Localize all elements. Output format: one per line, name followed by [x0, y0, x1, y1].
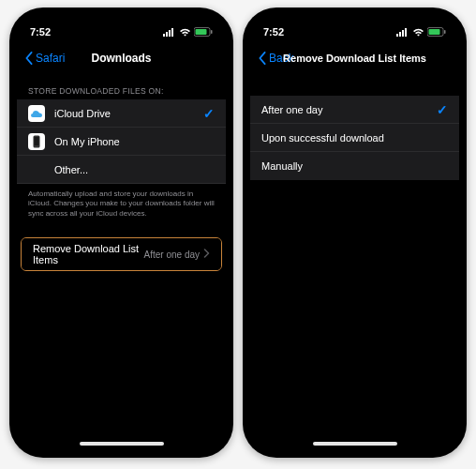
signal-icon	[163, 28, 176, 37]
notch	[304, 8, 407, 28]
chevron-left-icon	[258, 52, 267, 65]
phone-left: 7:52 Safari Downloads Store Downloaded F…	[9, 8, 233, 458]
wifi-icon	[179, 28, 191, 37]
svg-rect-8	[35, 137, 39, 145]
chevron-right-icon	[203, 249, 210, 260]
cell-value: After one day	[144, 250, 200, 260]
iphone-icon	[28, 133, 45, 150]
icloud-icon	[28, 105, 45, 122]
nav-bar: Safari Downloads	[17, 43, 226, 73]
svg-rect-1	[166, 32, 168, 37]
back-label: Safari	[36, 52, 65, 65]
cell-label: Remove Download List Items	[33, 243, 144, 265]
svg-rect-5	[196, 29, 207, 35]
status-time: 7:52	[30, 26, 51, 38]
home-indicator[interactable]	[313, 442, 397, 446]
content: After one day ✓ Upon successful download…	[250, 73, 459, 180]
cell-label: iCloud Drive	[54, 108, 203, 119]
svg-rect-15	[444, 30, 446, 34]
svg-rect-9	[396, 34, 398, 37]
signal-icon	[396, 28, 409, 37]
cell-label: Other...	[54, 164, 215, 175]
svg-rect-14	[429, 29, 440, 35]
wifi-icon	[412, 28, 424, 37]
svg-rect-0	[163, 34, 165, 37]
cell-label: Upon successful download	[261, 132, 448, 144]
notch	[70, 8, 173, 28]
svg-rect-12	[405, 28, 407, 37]
section-header: Store Downloaded Files On:	[17, 77, 226, 99]
back-button[interactable]: Safari	[24, 52, 65, 65]
status-icons	[396, 27, 446, 37]
chevron-left-icon	[24, 52, 34, 65]
status-time: 7:52	[263, 26, 284, 38]
phone-right: 7:52 Back Remove Download List Items Aft…	[243, 8, 467, 458]
svg-rect-6	[211, 30, 213, 34]
storage-option-other[interactable]: Other...	[17, 156, 226, 184]
home-indicator[interactable]	[80, 442, 164, 446]
remove-download-list-row[interactable]: Remove Download List Items After one day	[22, 238, 221, 270]
battery-icon	[427, 27, 446, 37]
cell-label: On My iPhone	[54, 136, 215, 147]
svg-rect-10	[399, 32, 401, 37]
battery-icon	[194, 27, 213, 37]
highlighted-row: Remove Download List Items After one day	[21, 237, 222, 271]
storage-option-on-my-iphone[interactable]: On My iPhone	[17, 128, 226, 156]
svg-rect-11	[402, 30, 404, 37]
option-upon-successful-download[interactable]: Upon successful download	[250, 124, 459, 152]
nav-bar: Back Remove Download List Items	[250, 43, 459, 73]
cell-label: Manually	[261, 160, 448, 172]
svg-rect-3	[171, 28, 173, 37]
checkmark-icon: ✓	[203, 106, 215, 121]
storage-option-icloud[interactable]: iCloud Drive ✓	[17, 99, 226, 128]
cell-label: After one day	[261, 104, 437, 115]
checkmark-icon: ✓	[437, 102, 448, 117]
content: Store Downloaded Files On: iCloud Drive …	[17, 73, 226, 271]
page-title: Downloads	[91, 52, 151, 65]
section-footer: Automatically upload and store your down…	[17, 184, 226, 224]
screen-right: 7:52 Back Remove Download List Items Aft…	[250, 15, 459, 450]
status-icons	[163, 27, 213, 37]
option-manually[interactable]: Manually	[250, 152, 459, 180]
option-after-one-day[interactable]: After one day ✓	[250, 96, 459, 124]
screen-left: 7:52 Safari Downloads Store Downloaded F…	[17, 15, 226, 450]
svg-rect-2	[169, 30, 171, 37]
page-title: Remove Download List Items	[283, 53, 426, 64]
